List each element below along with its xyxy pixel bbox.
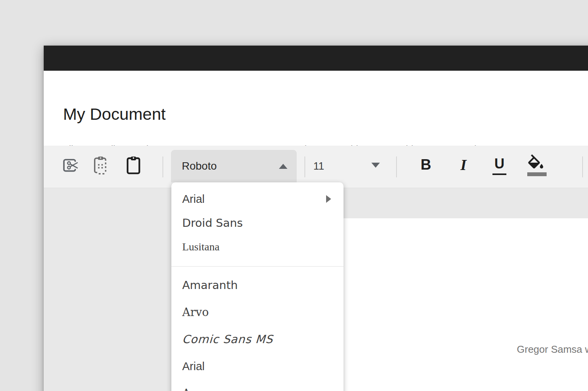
document-text-line: Gregor Samsa woke from troubled dreams, …	[517, 341, 588, 358]
font-option-label: Arvo	[182, 306, 209, 319]
underline-button[interactable]: U	[489, 156, 510, 172]
toolbar-divider	[162, 156, 163, 177]
font-size-selector[interactable]: 11	[307, 146, 396, 188]
bold-button[interactable]: B	[417, 156, 435, 173]
italic-button[interactable]: I	[455, 156, 472, 174]
font-option-label: Droid Sans	[182, 216, 243, 230]
underline-bar	[492, 173, 506, 175]
paste-icon[interactable]	[125, 156, 142, 177]
font-option-label: Arial	[182, 193, 205, 206]
font-option-arvo[interactable]: Arvo	[171, 299, 344, 326]
font-option-label: Lusitana	[182, 241, 219, 253]
font-dropdown-group-all: Amaranth Arvo Comic Sans MS Arial Arvo	[171, 267, 344, 391]
chevron-down-icon	[371, 163, 380, 168]
font-option-lusitana[interactable]: Lusitana	[171, 235, 344, 259]
font-option-label: Amaranth	[182, 279, 238, 292]
font-option-arial[interactable]: Arial	[171, 353, 344, 380]
toolbar-divider	[304, 156, 305, 177]
font-dropdown-menu: Arial Droid Sans Lusitana Amaranth Arvo …	[171, 182, 344, 391]
window-titlebar	[44, 46, 588, 71]
toolbar: Roboto 11 B I U	[44, 146, 588, 188]
paste-special-icon[interactable]	[92, 156, 109, 177]
chevron-up-icon	[279, 164, 287, 169]
app-window: My Document File Edit View Insert Format…	[44, 46, 588, 391]
fill-color-swatch	[527, 172, 547, 176]
font-option-label: Arvo	[182, 387, 209, 391]
font-option-arvo-2[interactable]: Arvo	[171, 380, 344, 391]
font-option-arial-submenu[interactable]: Arial	[171, 187, 344, 211]
font-option-label: Arial	[182, 360, 205, 373]
font-option-comic-sans[interactable]: Comic Sans MS	[171, 326, 344, 353]
fill-color-button[interactable]	[526, 154, 547, 177]
toolbar-divider	[582, 156, 583, 177]
toolbar-divider	[396, 156, 397, 177]
font-family-selector[interactable]: Roboto	[171, 150, 297, 182]
document-header: My Document File Edit View Insert Format…	[44, 71, 588, 146]
cut-icon[interactable]	[62, 157, 79, 176]
font-dropdown-group-recent: Arial Droid Sans Lusitana	[171, 187, 344, 259]
font-family-value: Roboto	[182, 160, 217, 172]
font-size-value: 11	[313, 160, 324, 172]
font-option-amaranth[interactable]: Amaranth	[171, 272, 344, 299]
underline-label: U	[494, 156, 504, 172]
font-option-label: Comic Sans MS	[182, 333, 273, 346]
document-text: Gregor Samsa woke from troubled dreams, …	[517, 307, 588, 391]
document-title[interactable]: My Document	[63, 104, 166, 124]
font-option-droid-sans[interactable]: Droid Sans	[171, 211, 344, 235]
submenu-arrow-icon	[326, 195, 331, 203]
